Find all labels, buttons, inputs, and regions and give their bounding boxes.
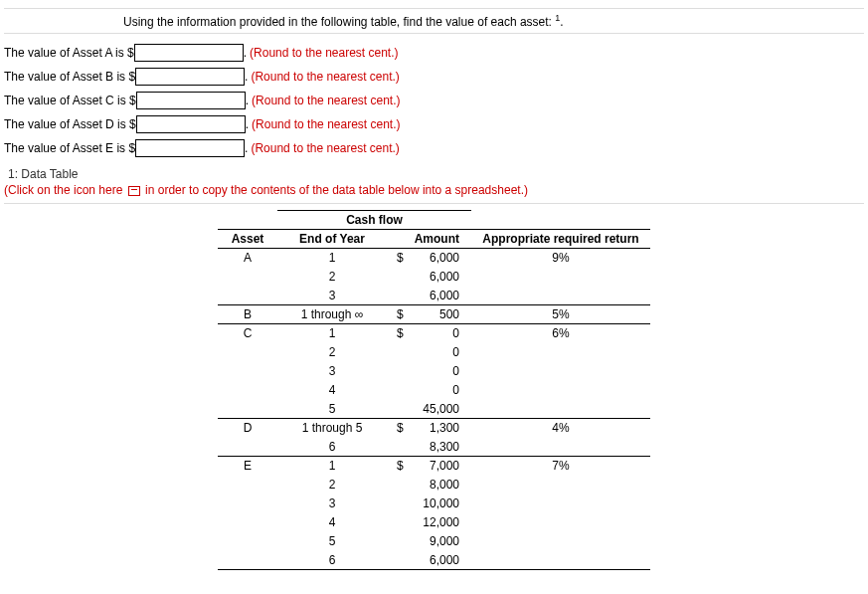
cell-amount: $0 [387, 324, 471, 343]
round-hint: (Round to the nearest cent.) [251, 70, 399, 84]
round-hint: (Round to the nearest cent.) [252, 117, 400, 131]
cell-end-of-year: 6 [277, 438, 387, 457]
cell-end-of-year: 3 [277, 495, 387, 513]
cell-asset: E [218, 457, 277, 476]
cell-amount: $6,000 [387, 249, 471, 268]
cell-return [471, 532, 650, 551]
answer-row: The value of Asset A is $. (Round to the… [4, 44, 864, 62]
cell-end-of-year: 2 [277, 343, 387, 362]
cell-return [471, 495, 650, 513]
table-row: 40 [218, 381, 650, 400]
cell-amount: $1,300 [387, 419, 471, 438]
cell-end-of-year: 4 [277, 513, 387, 532]
cell-asset [218, 362, 277, 381]
instruction-text: Using the information provided in the fo… [4, 8, 864, 34]
table-row: E1$7,0007% [218, 457, 650, 476]
cell-return [471, 343, 650, 362]
cell-asset: D [218, 419, 277, 438]
cell-end-of-year: 3 [277, 362, 387, 381]
cell-asset: B [218, 305, 277, 324]
period: . [245, 141, 248, 155]
cell-end-of-year: 5 [277, 400, 387, 419]
asset-value-input[interactable] [135, 68, 245, 86]
cell-amount: 0 [387, 343, 471, 362]
cell-return [471, 438, 650, 457]
cell-return [471, 287, 650, 305]
answer-prefix: The value of Asset E is $ [4, 141, 135, 155]
cell-asset: A [218, 249, 277, 268]
table-row: 310,000 [218, 495, 650, 513]
cell-return [471, 268, 650, 287]
answer-row: The value of Asset D is $. (Round to the… [4, 115, 864, 133]
asset-value-input[interactable] [136, 92, 246, 109]
cell-return [471, 513, 650, 532]
cell-asset [218, 268, 277, 287]
cell-amount: 9,000 [387, 532, 471, 551]
data-table-wrap: Cash flow Asset End of Year Amount Appro… [4, 210, 864, 570]
cell-return: 4% [471, 419, 650, 438]
cell-return: 6% [471, 324, 650, 343]
cell-asset [218, 476, 277, 495]
cell-amount: 12,000 [387, 513, 471, 532]
cell-end-of-year: 4 [277, 381, 387, 400]
cell-amount: 45,000 [387, 400, 471, 419]
copy-hint-before: (Click on the icon here [4, 183, 126, 197]
cell-asset [218, 532, 277, 551]
cell-end-of-year: 1 [277, 457, 387, 476]
col-asset: Asset [218, 230, 277, 249]
cell-amount: 0 [387, 362, 471, 381]
cell-end-of-year: 1 through ∞ [277, 305, 387, 324]
period: . [244, 46, 247, 60]
asset-value-input[interactable] [135, 139, 245, 157]
cell-return [471, 476, 650, 495]
cell-end-of-year: 6 [277, 551, 387, 570]
cell-return: 7% [471, 457, 650, 476]
cell-end-of-year: 5 [277, 532, 387, 551]
cell-end-of-year: 2 [277, 268, 387, 287]
round-hint: (Round to the nearest cent.) [250, 46, 398, 60]
cell-asset [218, 400, 277, 419]
table-row: 36,000 [218, 287, 650, 305]
cell-amount: $7,000 [387, 457, 471, 476]
footnote-marker: 1 [555, 13, 560, 23]
answer-row: The value of Asset B is $. (Round to the… [4, 68, 864, 86]
cell-amount: 6,000 [387, 551, 471, 570]
cell-return [471, 381, 650, 400]
answer-prefix: The value of Asset B is $ [4, 70, 135, 84]
col-amount: Amount [387, 230, 471, 249]
cell-amount: 10,000 [387, 495, 471, 513]
cell-end-of-year: 1 through 5 [277, 419, 387, 438]
copy-hint-after: in order to copy the contents of the dat… [142, 183, 528, 197]
cell-return [471, 362, 650, 381]
table-row: 66,000 [218, 551, 650, 570]
round-hint: (Round to the nearest cent.) [252, 94, 400, 107]
answer-row: The value of Asset C is $. (Round to the… [4, 92, 864, 109]
cell-asset [218, 495, 277, 513]
cash-flow-group-header: Cash flow [277, 211, 471, 230]
cell-end-of-year: 2 [277, 476, 387, 495]
cell-amount: $500 [387, 305, 471, 324]
cell-asset [218, 381, 277, 400]
table-row: 412,000 [218, 513, 650, 532]
cell-asset: C [218, 324, 277, 343]
answer-prefix: The value of Asset A is $ [4, 46, 134, 60]
answer-inputs: The value of Asset A is $. (Round to the… [4, 44, 864, 157]
cell-asset [218, 551, 277, 570]
instruction-main: Using the information provided in the fo… [123, 15, 555, 29]
answer-prefix: The value of Asset C is $ [4, 94, 136, 107]
cell-asset [218, 438, 277, 457]
cell-amount: 6,000 [387, 268, 471, 287]
spreadsheet-icon[interactable] [128, 186, 140, 196]
cell-asset [218, 343, 277, 362]
period: . [246, 94, 249, 107]
table-row: A1$6,0009% [218, 249, 650, 268]
cell-asset [218, 513, 277, 532]
table-row: C1$06% [218, 324, 650, 343]
col-end-of-year: End of Year [277, 230, 387, 249]
asset-value-input[interactable] [134, 44, 244, 62]
cell-return [471, 551, 650, 570]
cell-amount: 0 [387, 381, 471, 400]
col-return: Appropriate required return [471, 230, 650, 249]
asset-value-input[interactable] [136, 115, 246, 133]
cell-amount: 8,000 [387, 476, 471, 495]
